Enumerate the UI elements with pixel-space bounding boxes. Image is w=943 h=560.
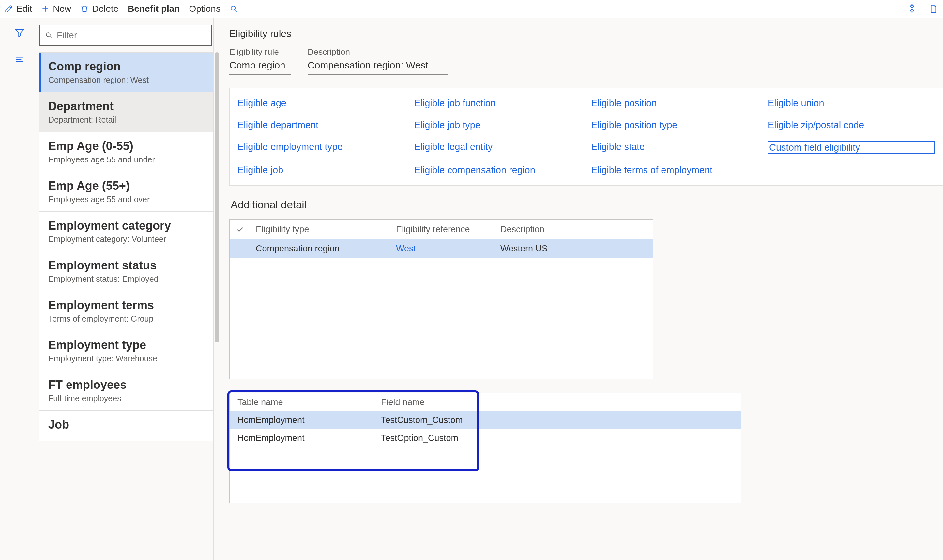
fasttab-link[interactable]: Eligible state — [591, 142, 758, 154]
rule-card-subtitle: Compensation region: West — [48, 75, 204, 85]
fasttab-link[interactable]: Eligible age — [237, 98, 405, 109]
delete-label: Delete — [92, 4, 118, 14]
desc-label: Description — [308, 47, 448, 57]
main-content: Eligibility rules Eligibility rule Comp … — [213, 18, 943, 560]
rule-card-subtitle: Employees age 55 and under — [48, 155, 204, 165]
rule-card-title: Employment type — [48, 338, 204, 352]
fasttab-link[interactable]: Eligible job type — [414, 120, 581, 131]
toolbar-left: Edit New Delete Benefit plan Options — [5, 4, 238, 14]
action-toolbar: Edit New Delete Benefit plan Options — [0, 0, 943, 18]
office-icon[interactable] — [929, 4, 938, 14]
rule-card[interactable]: Employment statusEmployment status: Empl… — [39, 251, 213, 291]
delete-button[interactable]: Delete — [80, 4, 118, 14]
desc-value[interactable]: Compensation region: West — [308, 60, 448, 75]
options-label: Options — [189, 4, 220, 14]
new-button[interactable]: New — [41, 4, 71, 14]
rule-card-title: Employment category — [48, 219, 204, 232]
rule-card-subtitle: Employees age 55 and over — [48, 195, 204, 204]
fasttab-link[interactable]: Eligible department — [237, 120, 405, 131]
rule-card-title: Job — [48, 418, 204, 431]
grid2-blank — [230, 447, 741, 503]
options-button[interactable]: Options — [189, 4, 220, 14]
fasttab-link[interactable]: Eligible terms of employment — [591, 165, 758, 175]
field-eligibility-rule: Eligibility rule Comp region — [229, 47, 291, 75]
grid1-col-desc[interactable]: Description — [500, 225, 646, 234]
funnel-icon[interactable] — [14, 28, 25, 38]
filter-input[interactable] — [57, 30, 206, 40]
rule-card[interactable]: FT employeesFull-time employees — [39, 371, 213, 411]
grid2-col-field[interactable]: Field name — [381, 397, 733, 408]
rule-list: Comp regionCompensation region: WestDepa… — [39, 52, 213, 441]
rule-card-title: Employment terms — [48, 298, 204, 312]
rule-card[interactable]: Employment categoryEmployment category: … — [39, 212, 213, 251]
rule-card-subtitle: Employment category: Volunteer — [48, 234, 204, 244]
section-title: Eligibility rules — [229, 28, 943, 39]
fasttab-link[interactable]: Eligible zip/postal code — [768, 120, 935, 131]
rule-label: Eligibility rule — [229, 47, 291, 57]
svg-point-0 — [231, 6, 235, 10]
fasttab-link[interactable]: Eligible position — [591, 98, 758, 109]
rule-value[interactable]: Comp region — [229, 60, 291, 75]
app-root: Edit New Delete Benefit plan Options — [0, 0, 943, 560]
search-icon — [230, 5, 238, 13]
rule-card[interactable]: Employment termsTerms of employment: Gro… — [39, 291, 213, 331]
rule-card-title: Department — [48, 100, 204, 113]
fasttab-link[interactable]: Eligible union — [768, 98, 935, 109]
rule-card-title: Emp Age (0-55) — [48, 139, 204, 153]
field-description: Description Compensation region: West — [308, 47, 448, 75]
trash-icon — [80, 5, 89, 13]
filter-box[interactable] — [39, 25, 212, 46]
rule-card-title: Comp region — [48, 60, 204, 73]
plus-icon — [41, 5, 49, 13]
grid1-header: Eligibility type Eligibility reference D… — [230, 220, 653, 239]
edit-label: Edit — [16, 4, 32, 14]
fasttab-link[interactable]: Eligible employment type — [237, 142, 405, 154]
fasttab-link[interactable]: Eligible job — [237, 165, 405, 175]
additional-detail-title: Additional detail — [231, 198, 943, 211]
rule-card-subtitle: Employment type: Warehouse — [48, 354, 204, 363]
new-label: New — [53, 4, 71, 14]
grid2-row[interactable]: HcmEmploymentTestOption_Custom — [230, 429, 741, 447]
custom-field-grid-wrap: Table name Field name HcmEmploymentTestC… — [229, 393, 741, 503]
grid2-col-table[interactable]: Table name — [237, 397, 381, 408]
custom-field-grid[interactable]: Table name Field name HcmEmploymentTestC… — [229, 393, 741, 503]
grid1-row[interactable]: Compensation region West Western US — [230, 239, 653, 258]
rule-card-subtitle: Employment status: Employed — [48, 274, 204, 284]
edit-button[interactable]: Edit — [5, 4, 32, 14]
fasttab-link[interactable]: Eligible position type — [591, 120, 758, 131]
toolbar-right — [907, 4, 938, 14]
rule-card-subtitle: Terms of employment: Group — [48, 314, 204, 323]
rule-card[interactable]: Emp Age (0-55)Employees age 55 and under — [39, 132, 213, 172]
scrollbar-thumb[interactable] — [215, 52, 219, 343]
search-button[interactable] — [230, 5, 238, 13]
grid1-cell-ref[interactable]: West — [396, 244, 500, 254]
check-icon — [236, 225, 256, 234]
fasttab-link[interactable]: Eligible legal entity — [414, 142, 581, 154]
fasttab-link[interactable]: Eligible compensation region — [414, 165, 581, 175]
body: Comp regionCompensation region: WestDepa… — [0, 18, 943, 560]
grid1-col-type[interactable]: Eligibility type — [256, 225, 396, 234]
benefit-plan-label: Benefit plan — [128, 4, 180, 14]
filter-search-icon — [45, 31, 53, 39]
grid2-row[interactable]: HcmEmploymentTestCustom_Custom — [230, 411, 741, 429]
list-icon[interactable] — [14, 54, 25, 65]
attach-icon[interactable] — [907, 4, 917, 14]
rule-card[interactable]: Emp Age (55+)Employees age 55 and over — [39, 172, 213, 212]
grid2-header: Table name Field name — [230, 393, 741, 411]
rule-card[interactable]: Comp regionCompensation region: West — [39, 52, 213, 92]
grid1-col-ref[interactable]: Eligibility reference — [396, 225, 500, 234]
grid2-cell-field: TestCustom_Custom — [381, 415, 733, 425]
svg-point-1 — [46, 32, 50, 37]
eligibility-detail-grid[interactable]: Eligibility type Eligibility reference D… — [229, 220, 653, 379]
rule-card[interactable]: Employment typeEmployment type: Warehous… — [39, 331, 213, 371]
rule-list-scroll: Comp regionCompensation region: WestDepa… — [39, 52, 213, 441]
rule-card[interactable]: Job — [39, 411, 213, 441]
rule-card[interactable]: DepartmentDepartment: Retail — [39, 92, 213, 132]
rule-card-subtitle: Full-time employees — [48, 394, 204, 403]
fasttab-link[interactable]: Custom field eligibility — [768, 142, 935, 154]
benefit-plan-button[interactable]: Benefit plan — [128, 4, 180, 14]
fasttab-link[interactable]: Eligible job function — [414, 98, 581, 109]
rule-card-title: Employment status — [48, 258, 204, 272]
grid1-blank — [230, 258, 653, 379]
grid2-cell-table: HcmEmployment — [237, 415, 381, 425]
